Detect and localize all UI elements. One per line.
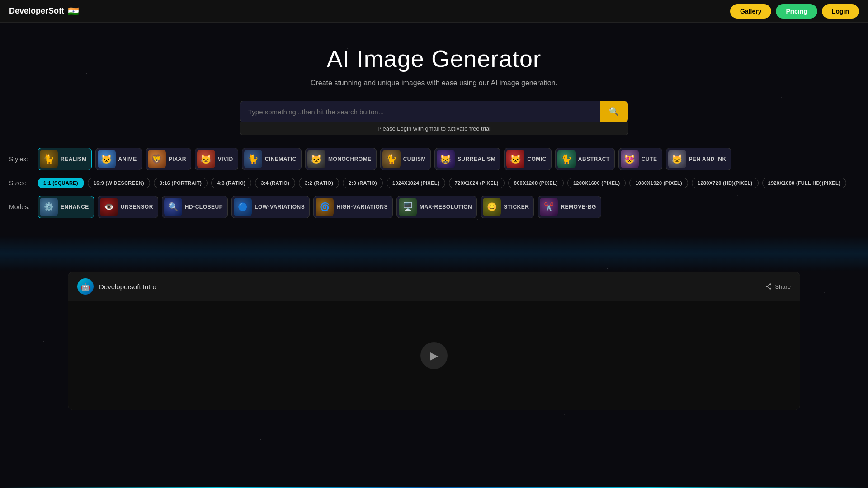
mode-label-hdcloseup: HD-CLOSEUP — [185, 204, 223, 210]
modes-row: Modes: ENHANCE UNSENSOR HD-CLOSEUP LOW-V… — [0, 192, 868, 222]
share-icon — [765, 283, 772, 290]
style-vivid[interactable]: VIVID — [195, 148, 238, 170]
size-488x868[interactable]: 1080X1920 (PIXEL) — [629, 178, 688, 188]
search-input[interactable] — [240, 102, 600, 122]
size-1200x1600[interactable]: 1200X1600 (PIXEL) — [567, 178, 626, 188]
pricing-button[interactable]: Pricing — [776, 4, 817, 19]
styles-row: Styles: REALISM ANIME PIXAR VIVID CINEMA… — [0, 144, 868, 174]
style-thumb-penandink — [668, 150, 686, 168]
style-label-abstract: ABSTRACT — [578, 156, 610, 162]
mode-highvar[interactable]: HIGH-VARIATIONS — [313, 196, 393, 218]
mode-unsensor[interactable]: UNSENSOR — [98, 196, 158, 218]
mode-maxres[interactable]: MAX-RESOLUTION — [396, 196, 477, 218]
video-header: 🤖 Developersoft Intro Share — [68, 272, 800, 301]
mode-enhance[interactable]: ENHANCE — [38, 196, 94, 218]
login-notice: Please Login with gmail to activate free… — [240, 122, 628, 135]
style-thumb-monochrome — [307, 150, 326, 168]
style-cinematic[interactable]: CINEMATIC — [242, 148, 302, 170]
page-title: AI Image Generator — [9, 45, 859, 72]
style-label-vivid: VIVID — [218, 156, 233, 162]
search-bar: 🔍 — [240, 101, 628, 122]
size-square[interactable]: 1:1 (SQUARE) — [38, 178, 84, 188]
video-body[interactable]: ▶ — [68, 301, 800, 410]
size-1280x720[interactable]: 1280X720 (HD)(PIXEL) — [692, 178, 759, 188]
style-label-comic: COMIC — [527, 156, 547, 162]
brand: DeveloperSoft 🇮🇳 — [9, 6, 79, 17]
nav-buttons: Gallery Pricing Login — [730, 4, 859, 19]
style-label-realism: REALISM — [61, 156, 87, 162]
style-cute[interactable]: CUTE — [618, 148, 662, 170]
size-720x1024[interactable]: 720X1024 (PIXEL) — [449, 178, 505, 188]
style-penandink[interactable]: PEN AND INK — [666, 148, 731, 170]
mode-label-maxres: MAX-RESOLUTION — [420, 204, 472, 210]
mode-lowvar[interactable]: LOW-VARIATIONS — [231, 196, 310, 218]
mode-label-lowvar: LOW-VARIATIONS — [255, 204, 305, 210]
style-abstract[interactable]: ABSTRACT — [555, 148, 615, 170]
sizes-label: Sizes: — [9, 179, 34, 187]
mode-thumb-lowvar — [234, 198, 252, 216]
mode-hdcloseup[interactable]: HD-CLOSEUP — [162, 196, 228, 218]
share-button[interactable]: Share — [765, 283, 791, 290]
size-1024x1024[interactable]: 1024X1024 (PIXEL) — [387, 178, 445, 188]
modes-label: Modes: — [9, 203, 34, 211]
gallery-button[interactable]: Gallery — [730, 4, 771, 19]
size-fullhd[interactable]: 1920X1080 (FULL HD)(PIXEL) — [762, 178, 846, 188]
size-23[interactable]: 2:3 (RATIO) — [343, 178, 383, 188]
video-title: Developersoft Intro — [99, 283, 156, 291]
sizes-row: Sizes: 1:1 (SQUARE) 16:9 (WIDESCREEN) 9:… — [0, 174, 868, 192]
styles-label: Styles: — [9, 155, 34, 163]
style-pixar[interactable]: PIXAR — [146, 148, 191, 170]
style-thumb-comic — [506, 150, 524, 168]
video-avatar: 🤖 — [77, 278, 94, 295]
style-comic[interactable]: COMIC — [504, 148, 552, 170]
mode-thumb-hdcloseup — [164, 198, 182, 216]
mode-thumb-enhance — [40, 198, 58, 216]
style-label-anime: ANIME — [118, 156, 137, 162]
style-thumb-surrealism — [437, 150, 455, 168]
share-label: Share — [775, 283, 791, 290]
search-icon: 🔍 — [609, 107, 619, 117]
size-portrait[interactable]: 9:16 (PORTRAIT) — [154, 178, 208, 188]
mode-sticker[interactable]: STICKER — [481, 196, 534, 218]
style-surrealism[interactable]: SURREALISM — [434, 148, 500, 170]
style-monochrome[interactable]: MONOCHROME — [305, 148, 377, 170]
style-thumb-anime — [98, 150, 116, 168]
style-thumb-cinematic — [244, 150, 262, 168]
video-container: 🤖 Developersoft Intro Share ▶ — [68, 272, 800, 410]
avatar-icon: 🤖 — [81, 282, 90, 291]
size-widescreen[interactable]: 16:9 (WIDESCREEN) — [88, 178, 150, 188]
size-34[interactable]: 3:4 (RATIO) — [255, 178, 295, 188]
style-thumb-cubism — [382, 150, 401, 168]
mode-thumb-sticker — [483, 198, 501, 216]
flag-icon: 🇮🇳 — [68, 6, 79, 17]
style-label-cute: CUTE — [642, 156, 657, 162]
mode-label-sticker: STICKER — [504, 204, 529, 210]
brand-name: DeveloperSoft — [9, 6, 64, 16]
search-button[interactable]: 🔍 — [600, 101, 628, 122]
navbar: DeveloperSoft 🇮🇳 Gallery Pricing Login — [0, 0, 868, 23]
style-thumb-cute — [621, 150, 639, 168]
mode-label-enhance: ENHANCE — [61, 204, 89, 210]
style-label-surrealism: SURREALISM — [458, 156, 495, 162]
style-label-penandink: PEN AND INK — [689, 156, 726, 162]
size-32[interactable]: 3:2 (RATIO) — [299, 178, 339, 188]
login-button[interactable]: Login — [822, 4, 859, 19]
mode-label-unsensor: UNSENSOR — [121, 204, 153, 210]
mode-label-removebg: REMOVE-BG — [561, 204, 596, 210]
size-43[interactable]: 4:3 (RATIO) — [211, 178, 251, 188]
play-icon: ▶ — [430, 349, 438, 362]
mode-thumb-maxres — [399, 198, 417, 216]
style-realism[interactable]: REALISM — [38, 148, 92, 170]
mode-removebg[interactable]: REMOVE-BG — [538, 196, 601, 218]
play-button[interactable]: ▶ — [420, 342, 448, 369]
mode-thumb-removebg — [540, 198, 558, 216]
style-cubism[interactable]: CUBISM — [380, 148, 431, 170]
mode-thumb-unsensor — [100, 198, 118, 216]
hero-section: AI Image Generator Create stunning and u… — [0, 27, 868, 101]
size-800x1200[interactable]: 800X1200 (PIXEL) — [508, 178, 564, 188]
search-container: 🔍 Please Login with gmail to activate fr… — [0, 101, 868, 144]
style-label-cubism: CUBISM — [403, 156, 426, 162]
style-label-cinematic: CINEMATIC — [265, 156, 297, 162]
style-anime[interactable]: ANIME — [95, 148, 142, 170]
main-content: AI Image Generator Create stunning and u… — [0, 0, 868, 437]
